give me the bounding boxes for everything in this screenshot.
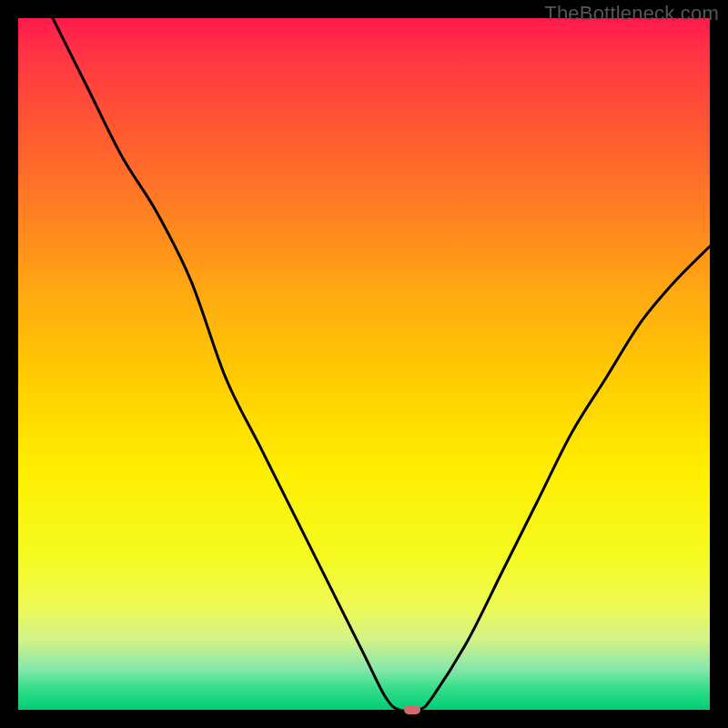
bottleneck-curve (18, 18, 710, 710)
optimal-point-marker (404, 705, 420, 714)
watermark-text: TheBottleneck.com (544, 2, 719, 25)
chart-frame: TheBottleneck.com (0, 0, 728, 728)
